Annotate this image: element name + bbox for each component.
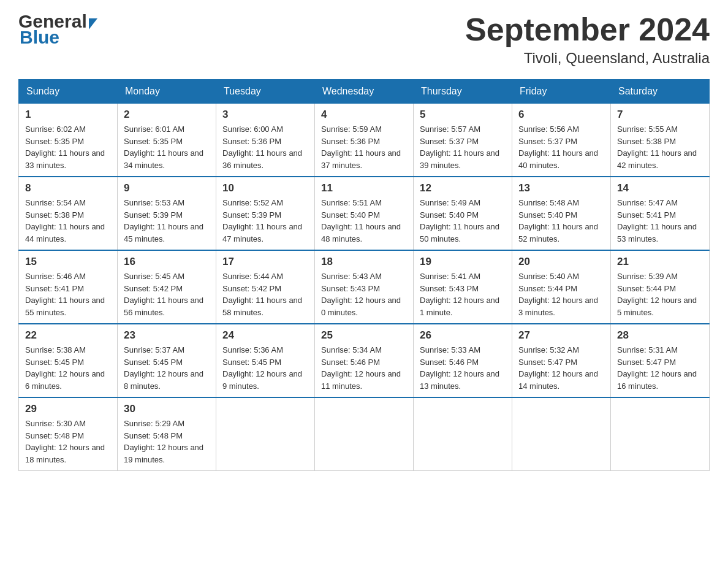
day-number: 22 bbox=[25, 329, 111, 342]
day-info: Sunrise: 5:55 AMSunset: 5:38 PMDaylight:… bbox=[617, 123, 703, 171]
calendar-cell bbox=[414, 397, 512, 471]
day-number: 20 bbox=[518, 256, 604, 268]
calendar-week-5: 29Sunrise: 5:30 AMSunset: 5:48 PMDayligh… bbox=[19, 397, 710, 471]
day-info: Sunrise: 5:53 AMSunset: 5:39 PMDaylight:… bbox=[124, 197, 210, 245]
calendar-cell: 24Sunrise: 5:36 AMSunset: 5:45 PMDayligh… bbox=[216, 324, 315, 397]
day-number: 3 bbox=[222, 109, 308, 121]
calendar-week-3: 15Sunrise: 5:46 AMSunset: 5:41 PMDayligh… bbox=[19, 250, 710, 324]
day-info: Sunrise: 5:29 AMSunset: 5:48 PMDaylight:… bbox=[124, 418, 210, 465]
header-tuesday: Tuesday bbox=[216, 80, 315, 104]
calendar-table: Sunday Monday Tuesday Wednesday Thursday… bbox=[18, 79, 710, 471]
header-sunday: Sunday bbox=[19, 80, 118, 104]
day-number: 7 bbox=[617, 109, 703, 121]
day-number: 2 bbox=[124, 109, 210, 121]
day-number: 21 bbox=[617, 256, 703, 268]
day-number: 1 bbox=[25, 109, 111, 121]
calendar-cell: 19Sunrise: 5:41 AMSunset: 5:43 PMDayligh… bbox=[414, 250, 512, 324]
calendar-cell: 8Sunrise: 5:54 AMSunset: 5:38 PMDaylight… bbox=[19, 177, 118, 250]
day-number: 27 bbox=[518, 329, 604, 342]
calendar-cell: 6Sunrise: 5:56 AMSunset: 5:37 PMDaylight… bbox=[512, 104, 611, 177]
calendar-cell: 13Sunrise: 5:48 AMSunset: 5:40 PMDayligh… bbox=[512, 177, 611, 250]
day-info: Sunrise: 5:41 AMSunset: 5:43 PMDaylight:… bbox=[420, 270, 506, 318]
calendar-cell: 1Sunrise: 6:02 AMSunset: 5:35 PMDaylight… bbox=[19, 104, 118, 177]
calendar-header-row: Sunday Monday Tuesday Wednesday Thursday… bbox=[19, 80, 710, 104]
calendar-cell: 14Sunrise: 5:47 AMSunset: 5:41 PMDayligh… bbox=[611, 177, 710, 250]
day-info: Sunrise: 5:32 AMSunset: 5:47 PMDaylight:… bbox=[518, 344, 604, 392]
day-number: 28 bbox=[617, 329, 703, 342]
day-info: Sunrise: 5:54 AMSunset: 5:38 PMDaylight:… bbox=[25, 197, 111, 245]
calendar-cell: 10Sunrise: 5:52 AMSunset: 5:39 PMDayligh… bbox=[216, 177, 315, 250]
calendar-cell: 15Sunrise: 5:46 AMSunset: 5:41 PMDayligh… bbox=[19, 250, 118, 324]
calendar-cell: 30Sunrise: 5:29 AMSunset: 5:48 PMDayligh… bbox=[118, 397, 216, 471]
day-info: Sunrise: 5:40 AMSunset: 5:44 PMDaylight:… bbox=[518, 270, 604, 318]
day-info: Sunrise: 5:47 AMSunset: 5:41 PMDaylight:… bbox=[617, 197, 703, 245]
day-info: Sunrise: 5:59 AMSunset: 5:36 PMDaylight:… bbox=[321, 123, 407, 171]
calendar-cell: 26Sunrise: 5:33 AMSunset: 5:46 PMDayligh… bbox=[414, 324, 512, 397]
calendar-week-2: 8Sunrise: 5:54 AMSunset: 5:38 PMDaylight… bbox=[19, 177, 710, 250]
day-number: 9 bbox=[124, 182, 210, 194]
day-info: Sunrise: 5:37 AMSunset: 5:45 PMDaylight:… bbox=[124, 344, 210, 392]
calendar-cell: 11Sunrise: 5:51 AMSunset: 5:40 PMDayligh… bbox=[315, 177, 414, 250]
calendar-cell: 18Sunrise: 5:43 AMSunset: 5:43 PMDayligh… bbox=[315, 250, 414, 324]
day-number: 19 bbox=[420, 256, 506, 268]
day-info: Sunrise: 5:51 AMSunset: 5:40 PMDaylight:… bbox=[321, 197, 407, 245]
day-number: 23 bbox=[124, 329, 210, 342]
calendar-cell bbox=[216, 397, 315, 471]
header-thursday: Thursday bbox=[414, 80, 512, 104]
day-number: 10 bbox=[222, 182, 308, 194]
calendar-cell: 27Sunrise: 5:32 AMSunset: 5:47 PMDayligh… bbox=[512, 324, 611, 397]
day-number: 30 bbox=[124, 403, 210, 415]
day-number: 25 bbox=[321, 329, 407, 342]
day-info: Sunrise: 5:52 AMSunset: 5:39 PMDaylight:… bbox=[222, 197, 308, 245]
day-info: Sunrise: 5:44 AMSunset: 5:42 PMDaylight:… bbox=[222, 270, 308, 318]
calendar-cell: 9Sunrise: 5:53 AMSunset: 5:39 PMDaylight… bbox=[118, 177, 216, 250]
day-info: Sunrise: 5:49 AMSunset: 5:40 PMDaylight:… bbox=[420, 197, 506, 245]
day-number: 15 bbox=[25, 256, 111, 268]
day-number: 13 bbox=[518, 182, 604, 194]
calendar-cell: 3Sunrise: 6:00 AMSunset: 5:36 PMDaylight… bbox=[216, 104, 315, 177]
day-info: Sunrise: 5:31 AMSunset: 5:47 PMDaylight:… bbox=[617, 344, 703, 392]
day-number: 29 bbox=[25, 403, 111, 415]
day-number: 17 bbox=[222, 256, 308, 268]
day-number: 16 bbox=[124, 256, 210, 268]
day-number: 12 bbox=[420, 182, 506, 194]
day-number: 5 bbox=[420, 109, 506, 121]
page-header: General Blue September 2024 Tivoli, Quee… bbox=[18, 12, 710, 67]
day-info: Sunrise: 5:48 AMSunset: 5:40 PMDaylight:… bbox=[518, 197, 604, 245]
day-number: 14 bbox=[617, 182, 703, 194]
calendar-cell: 5Sunrise: 5:57 AMSunset: 5:37 PMDaylight… bbox=[414, 104, 512, 177]
month-title: September 2024 bbox=[465, 12, 710, 47]
day-info: Sunrise: 5:38 AMSunset: 5:45 PMDaylight:… bbox=[25, 344, 111, 392]
logo-blue-text: Blue bbox=[18, 28, 97, 47]
calendar-week-4: 22Sunrise: 5:38 AMSunset: 5:45 PMDayligh… bbox=[19, 324, 710, 397]
day-info: Sunrise: 5:56 AMSunset: 5:37 PMDaylight:… bbox=[518, 123, 604, 171]
day-info: Sunrise: 6:00 AMSunset: 5:36 PMDaylight:… bbox=[222, 123, 308, 171]
day-number: 4 bbox=[321, 109, 407, 121]
day-info: Sunrise: 5:34 AMSunset: 5:46 PMDaylight:… bbox=[321, 344, 407, 392]
calendar-cell bbox=[611, 397, 710, 471]
day-number: 11 bbox=[321, 182, 407, 194]
day-number: 8 bbox=[25, 182, 111, 194]
location-title: Tivoli, Queensland, Australia bbox=[465, 50, 710, 67]
day-info: Sunrise: 5:39 AMSunset: 5:44 PMDaylight:… bbox=[617, 270, 703, 318]
title-section: September 2024 Tivoli, Queensland, Austr… bbox=[465, 12, 710, 67]
day-info: Sunrise: 6:01 AMSunset: 5:35 PMDaylight:… bbox=[124, 123, 210, 171]
calendar-cell: 25Sunrise: 5:34 AMSunset: 5:46 PMDayligh… bbox=[315, 324, 414, 397]
calendar-cell: 4Sunrise: 5:59 AMSunset: 5:36 PMDaylight… bbox=[315, 104, 414, 177]
calendar-week-1: 1Sunrise: 6:02 AMSunset: 5:35 PMDaylight… bbox=[19, 104, 710, 177]
day-number: 26 bbox=[420, 329, 506, 342]
day-info: Sunrise: 6:02 AMSunset: 5:35 PMDaylight:… bbox=[25, 123, 111, 171]
day-info: Sunrise: 5:46 AMSunset: 5:41 PMDaylight:… bbox=[25, 270, 111, 318]
calendar-cell: 21Sunrise: 5:39 AMSunset: 5:44 PMDayligh… bbox=[611, 250, 710, 324]
header-friday: Friday bbox=[512, 80, 611, 104]
day-number: 6 bbox=[518, 109, 604, 121]
calendar-cell: 20Sunrise: 5:40 AMSunset: 5:44 PMDayligh… bbox=[512, 250, 611, 324]
calendar-cell: 22Sunrise: 5:38 AMSunset: 5:45 PMDayligh… bbox=[19, 324, 118, 397]
header-wednesday: Wednesday bbox=[315, 80, 414, 104]
logo: General Blue bbox=[18, 12, 97, 47]
header-saturday: Saturday bbox=[611, 80, 710, 104]
day-info: Sunrise: 5:43 AMSunset: 5:43 PMDaylight:… bbox=[321, 270, 407, 318]
day-info: Sunrise: 5:33 AMSunset: 5:46 PMDaylight:… bbox=[420, 344, 506, 392]
calendar-cell: 17Sunrise: 5:44 AMSunset: 5:42 PMDayligh… bbox=[216, 250, 315, 324]
calendar-cell: 28Sunrise: 5:31 AMSunset: 5:47 PMDayligh… bbox=[611, 324, 710, 397]
